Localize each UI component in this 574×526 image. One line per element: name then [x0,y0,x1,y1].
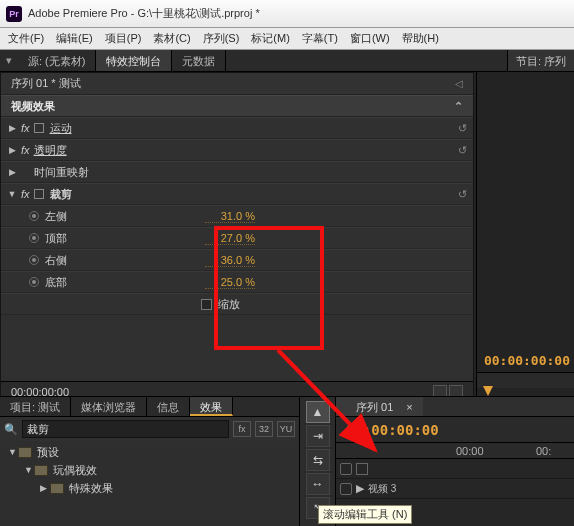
ripple-edit-tool[interactable]: ⇆ [306,449,330,471]
ec-section-video-effects: 视频效果 ⌃ [1,95,473,117]
menu-file[interactable]: 文件(F) [2,28,50,49]
folder-icon [34,465,48,476]
crop-param-left: 左侧 31.0 % [1,205,473,227]
zoom-label: 缩放 [218,297,240,312]
twirl-icon[interactable]: ▶ [7,167,17,177]
playhead-icon[interactable] [483,386,493,396]
program-ruler[interactable] [477,372,574,388]
ec-group-label: 时间重映射 [34,165,89,180]
folder-icon [50,483,64,494]
filter-chip-32[interactable]: 32 [255,421,273,437]
effects-panel: 项目: 测试 媒体浏览器 信息 效果 🔍 fx 32 YU ▼预设 ▼玩偶视效 … [0,397,300,526]
crop-param-top: 顶部 27.0 % [1,227,473,249]
tab-source[interactable]: 源: (无素材) [18,50,96,71]
eye-icon[interactable] [340,483,352,495]
reset-icon[interactable]: ↺ [458,188,467,201]
param-value[interactable]: 27.0 % [205,232,255,245]
bottom-region: 项目: 测试 媒体浏览器 信息 效果 🔍 fx 32 YU ▼预设 ▼玩偶视效 … [0,396,574,526]
sync-lock-icon[interactable] [340,463,352,475]
effects-search-input[interactable] [22,420,229,438]
tab-effect-controls[interactable]: 特效控制台 [96,50,172,71]
track-select-tool[interactable]: ⇥ [306,425,330,447]
fx-badge-icon: fx [21,122,30,134]
stopwatch-icon[interactable] [29,233,39,243]
track-row-video3[interactable]: ▶ 视频 3 [336,479,574,499]
effects-search-row: 🔍 fx 32 YU [0,417,299,441]
ec-group-opacity[interactable]: ▶ fx 透明度 ↺ [1,139,473,161]
search-icon: 🔍 [4,423,18,436]
reset-icon[interactable]: ↺ [458,122,467,135]
stopwatch-icon[interactable] [29,277,39,287]
menu-sequence[interactable]: 序列(S) [197,28,246,49]
menu-title[interactable]: 字幕(T) [296,28,344,49]
menu-bar: 文件(F) 编辑(E) 项目(P) 素材(C) 序列(S) 标记(M) 字幕(T… [0,28,574,50]
sync-icon[interactable] [356,463,368,475]
tree-label: 预设 [37,445,59,460]
ruler-tick: 00: [536,445,551,457]
tab-effects[interactable]: 效果 [190,397,233,416]
window-title: Adobe Premiere Pro - G:\十里桃花\测试.prproj * [28,6,260,21]
tree-node-special[interactable]: ▶特殊效果 [0,479,299,497]
selection-tool[interactable]: ▲ [306,401,330,423]
twirl-icon[interactable]: ▶ [7,123,17,133]
effect-controls-panel: 序列 01 * 测试 ◁ 视频效果 ⌃ ▶ fx 运动 ↺ ▶ fx 透明度 ↺… [0,72,474,396]
folder-icon [18,447,32,458]
effects-panel-tabs: 项目: 测试 媒体浏览器 信息 效果 [0,397,299,417]
timeline-tabs: 序列 01 × [336,397,574,417]
track-label: 视频 3 [368,482,396,496]
filter-chip-fx[interactable]: fx [233,421,251,437]
ec-sequence-header: 序列 01 * 测试 ◁ [1,73,473,95]
tab-metadata[interactable]: 元数据 [172,50,226,71]
program-monitor-label[interactable]: 节目: 序列 [508,50,574,71]
crop-zoom-row: 缩放 [1,293,473,315]
timeline-ruler[interactable]: 00:00 00: [336,443,574,459]
ec-section-label: 视频效果 [11,99,55,114]
timeline-timecode[interactable]: 00:00:00:00 [336,422,449,438]
twirl-icon[interactable]: ▶ [356,482,364,495]
menu-window[interactable]: 窗口(W) [344,28,396,49]
ec-group-label: 裁剪 [50,187,72,202]
ec-group-crop[interactable]: ▼ fx 裁剪 ↺ [1,183,473,205]
ec-group-time-remap[interactable]: ▶ fx 时间重映射 [1,161,473,183]
twirl-icon[interactable]: ▶ [7,145,17,155]
menu-marker[interactable]: 标记(M) [245,28,296,49]
crop-param-right: 右侧 36.0 % [1,249,473,271]
twirl-open-icon[interactable]: ▼ [7,189,17,199]
filter-chip-yuv[interactable]: YU [277,421,295,437]
tool-tooltip: 滚动编辑工具 (N) [318,505,412,524]
ec-section-caret-icon[interactable]: ⌃ [454,100,463,113]
menu-help[interactable]: 帮助(H) [396,28,445,49]
param-value[interactable]: 25.0 % [205,276,255,289]
stopwatch-icon[interactable] [29,211,39,221]
panel-menu-icon[interactable]: ▾ [0,50,18,71]
zoom-checkbox[interactable] [201,299,212,310]
ec-collapse-icon[interactable]: ◁ [455,78,463,89]
track-row-sync[interactable] [336,459,574,479]
tab-info[interactable]: 信息 [147,397,190,416]
ec-group-label: 运动 [50,121,72,136]
stopwatch-icon[interactable] [29,255,39,265]
rolling-edit-tool[interactable]: ↔ [306,473,330,495]
fx-badge-icon: fx [21,188,30,200]
tree-node-puppet[interactable]: ▼玩偶视效 [0,461,299,479]
param-value[interactable]: 31.0 % [205,210,255,223]
ec-group-motion[interactable]: ▶ fx 运动 ↺ [1,117,473,139]
crop-param-bottom: 底部 25.0 % [1,271,473,293]
window-titlebar: Pr Adobe Premiere Pro - G:\十里桃花\测试.prpro… [0,0,574,28]
menu-project[interactable]: 项目(P) [99,28,148,49]
ec-empty-area [1,315,473,381]
menu-clip[interactable]: 素材(C) [147,28,196,49]
fx-badge-icon: fx [21,144,30,156]
timeline-tab[interactable]: 序列 01 × [336,397,423,416]
param-label: 顶部 [45,231,205,246]
effects-tree: ▼预设 ▼玩偶视效 ▶特殊效果 [0,441,299,526]
reset-icon[interactable]: ↺ [458,144,467,157]
menu-edit[interactable]: 编辑(E) [50,28,99,49]
tab-project[interactable]: 项目: 测试 [0,397,71,416]
source-monitor-tabs: ▾ 源: (无素材) 特效控制台 元数据 节目: 序列 [0,50,574,72]
tree-label: 特殊效果 [69,481,113,496]
tree-node-preset[interactable]: ▼预设 [0,443,299,461]
box-icon [34,123,44,133]
tab-media-browser[interactable]: 媒体浏览器 [71,397,147,416]
param-value[interactable]: 36.0 % [205,254,255,267]
